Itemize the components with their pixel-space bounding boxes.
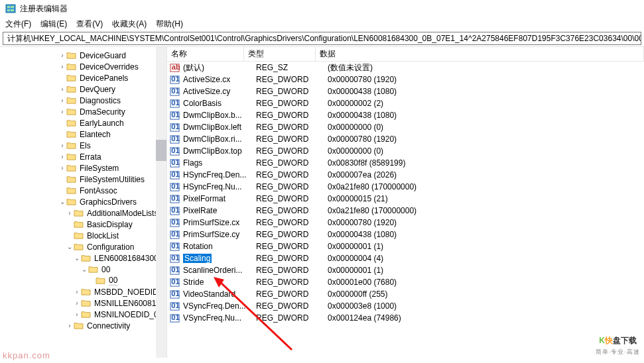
expand-icon[interactable]: ›: [66, 209, 74, 217]
value-row[interactable]: 011VSyncFreq.Den...REG_DWORD0x000003e8 (…: [167, 300, 644, 312]
value-name: PixelRate: [183, 206, 256, 215]
tree-label: DevicePanels: [80, 74, 128, 83]
value-row[interactable]: 011PixelRateREG_DWORD0x0a21fe80 (1700000…: [167, 205, 644, 217]
value-row[interactable]: 011FlagsREG_DWORD0x00830f8f (8589199): [167, 157, 644, 169]
value-row[interactable]: 011RotationREG_DWORD0x00000001 (1): [167, 240, 644, 252]
col-data[interactable]: 数据: [316, 47, 644, 62]
expand-icon[interactable]: ›: [58, 52, 66, 59]
tree-scrollbar[interactable]: [156, 47, 166, 358]
svg-text:011: 011: [171, 266, 180, 274]
tree-item[interactable]: ›Els: [0, 140, 166, 151]
value-row[interactable]: 011StrideREG_DWORD0x00001e00 (7680): [167, 276, 644, 288]
folder-icon: [66, 74, 77, 83]
value-row[interactable]: 011DwmClipBox.topREG_DWORD0x00000000 (0): [167, 145, 644, 157]
tree-view[interactable]: ›DeviceGuard›DeviceOverrides·DevicePanel…: [0, 47, 167, 358]
menu-favorites[interactable]: 收藏夹(A): [112, 19, 147, 29]
collapse-icon[interactable]: ⌄: [58, 198, 66, 205]
tree-item[interactable]: ›FileSystem: [0, 162, 166, 174]
tree-item[interactable]: ·Elantech: [0, 129, 166, 140]
folder-icon: [66, 141, 77, 150]
tree-item[interactable]: ›MSNILLEN60081: [0, 297, 166, 309]
expand-icon[interactable]: ›: [58, 97, 66, 104]
tree-scroll-thumb[interactable]: [156, 140, 166, 161]
string-value-icon: ab: [170, 62, 180, 73]
col-type[interactable]: 类型: [244, 47, 316, 62]
tree-item[interactable]: ›Connectivity: [0, 320, 166, 331]
value-name: VSyncFreq.Nu...: [183, 313, 256, 323]
binary-value-icon: 011: [170, 158, 180, 168]
expand-icon[interactable]: ›: [66, 322, 74, 329]
expand-icon[interactable]: ›: [58, 142, 66, 149]
tree-item[interactable]: ›DmaSecurity: [0, 106, 166, 117]
col-name[interactable]: 名称: [167, 47, 244, 62]
menu-file[interactable]: 文件(F): [5, 19, 31, 29]
tree-item[interactable]: ·00: [0, 275, 166, 286]
value-row[interactable]: 011ColorBasisREG_DWORD0x00000002 (2): [167, 97, 644, 109]
value-row[interactable]: 011ScalingREG_DWORD0x00000004 (4): [167, 252, 644, 264]
tree-item[interactable]: ·BasicDisplay: [0, 219, 166, 230]
expand-icon[interactable]: ›: [58, 85, 66, 93]
value-row[interactable]: 011ActiveSize.cyREG_DWORD0x00000438 (108…: [167, 85, 644, 97]
value-row[interactable]: ab(默认)REG_SZ(数值未设置): [167, 62, 644, 74]
tree-label: DeviceGuard: [80, 51, 126, 60]
tree-item[interactable]: ›Diagnostics: [0, 95, 166, 106]
collapse-icon[interactable]: ⌄: [80, 266, 88, 273]
expand-icon[interactable]: ›: [58, 153, 66, 160]
tree-item[interactable]: ·BlockList: [0, 230, 166, 241]
menu-edit[interactable]: 编辑(E): [40, 19, 67, 29]
tree-item[interactable]: ·FileSystemUtilities: [0, 174, 166, 185]
expand-icon[interactable]: ›: [58, 108, 66, 115]
tree-item[interactable]: ›Errata: [0, 151, 166, 162]
tree-item[interactable]: ⌄GraphicsDrivers: [0, 196, 166, 207]
value-row[interactable]: 011VSyncFreq.Nu...REG_DWORD0x000124ea (7…: [167, 312, 644, 324]
collapse-icon[interactable]: ⌄: [66, 243, 74, 250]
tree-item[interactable]: ·FontAssoc: [0, 185, 166, 196]
value-type: REG_DWORD: [256, 75, 328, 84]
tree-item[interactable]: ·EarlyLaunch: [0, 117, 166, 129]
value-row[interactable]: 011PrimSurfSize.cxREG_DWORD0x00000780 (1…: [167, 217, 644, 229]
tree-item[interactable]: ›MSBDD_NOEDID: [0, 286, 166, 297]
value-row[interactable]: 011VideoStandardREG_DWORD0x000000ff (255…: [167, 288, 644, 300]
value-row[interactable]: 011PixelFormatREG_DWORD0x00000015 (21): [167, 193, 644, 205]
no-expand: ·: [58, 130, 66, 138]
menu-view[interactable]: 查看(V): [76, 19, 103, 29]
tree-item[interactable]: ›DeviceGuard: [0, 50, 166, 61]
folder-icon: [66, 175, 77, 184]
value-row[interactable]: 011DwmClipBox.b...REG_DWORD0x00000438 (1…: [167, 109, 644, 121]
expand-icon[interactable]: ›: [73, 311, 81, 318]
binary-value-icon: 011: [170, 229, 180, 240]
tree-item[interactable]: ›DeviceOverrides: [0, 61, 166, 72]
svg-text:011: 011: [171, 289, 180, 297]
tree-item[interactable]: ·DevicePanels: [0, 72, 166, 83]
binary-value-icon: 011: [170, 217, 180, 228]
tree-label: Connectivity: [87, 321, 130, 331]
value-type: REG_DWORD: [256, 170, 328, 180]
folder-icon: [74, 321, 84, 331]
tree-item[interactable]: ⌄00: [0, 264, 166, 275]
expand-icon[interactable]: ›: [58, 164, 66, 172]
tree-item[interactable]: ⌄LEN60081684300: [0, 252, 166, 264]
value-row[interactable]: 011PrimSurfSize.cyREG_DWORD0x00000438 (1…: [167, 229, 644, 240]
tree-item[interactable]: ⌄Configuration: [0, 241, 166, 252]
value-row[interactable]: 011HSyncFreq.Den...REG_DWORD0x000007ea (…: [167, 169, 644, 181]
expand-icon[interactable]: ›: [73, 299, 81, 307]
collapse-icon[interactable]: ⌄: [73, 254, 81, 262]
value-row[interactable]: 011DwmClipBox.leftREG_DWORD0x00000000 (0…: [167, 121, 644, 133]
value-row[interactable]: 011ScanlineOrderi...REG_DWORD0x00000001 …: [167, 264, 644, 276]
svg-text:011: 011: [171, 313, 180, 321]
value-row[interactable]: 011HSyncFreq.Nu...REG_DWORD0x0a21fe80 (1…: [167, 181, 644, 193]
no-expand: ·: [58, 74, 66, 81]
binary-value-icon: 011: [170, 122, 180, 132]
menu-help[interactable]: 帮助(H): [156, 19, 183, 29]
tree-item[interactable]: ›AdditionalModeLists: [0, 207, 166, 219]
expand-icon[interactable]: ›: [73, 288, 81, 295]
value-row[interactable]: 011ActiveSize.cxREG_DWORD0x00000780 (192…: [167, 74, 644, 85]
folder-icon: [81, 310, 92, 319]
address-bar[interactable]: 计算机\HKEY_LOCAL_MACHINE\SYSTEM\ControlSet…: [3, 32, 641, 45]
value-row[interactable]: 011DwmClipBox.ri...REG_DWORD0x00000780 (…: [167, 133, 644, 145]
tree-item[interactable]: ›MSNILNOEDID_0: [0, 309, 166, 320]
value-data: 0x00000002 (2): [328, 99, 644, 108]
tree-item[interactable]: ›DevQuery: [0, 83, 166, 95]
svg-text:011: 011: [171, 75, 180, 83]
expand-icon[interactable]: ›: [58, 63, 66, 70]
